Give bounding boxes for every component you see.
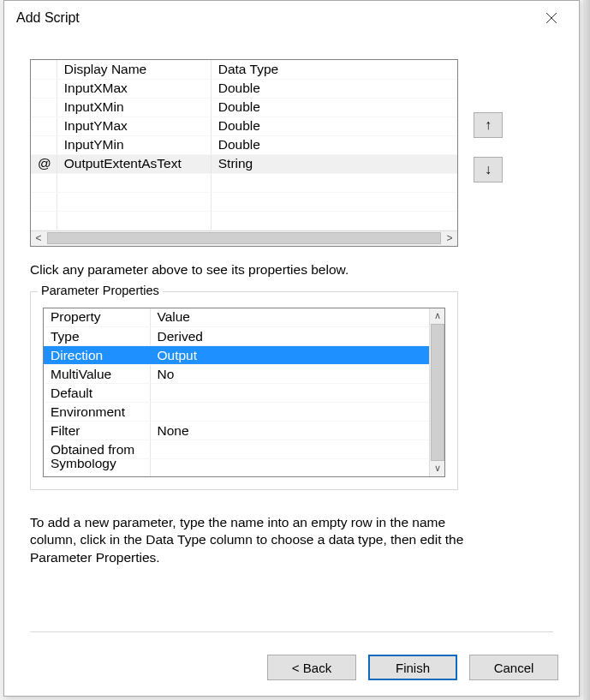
row-display-name[interactable]: OutputExtentAsText — [57, 154, 211, 173]
titlebar: Add Script — [4, 1, 579, 35]
parameters-section: Display NameData TypeInputXMaxDoubleInpu… — [30, 59, 553, 247]
row-value[interactable]: None — [150, 422, 429, 440]
dialog-title: Add Script — [16, 10, 80, 26]
row-display-name[interactable] — [57, 173, 211, 192]
row-data-type[interactable]: Double — [211, 79, 457, 98]
scroll-down-arrow-icon[interactable]: ∨ — [430, 461, 444, 476]
table-row[interactable]: FilterNone — [44, 422, 429, 440]
row-data-type[interactable] — [211, 211, 457, 230]
table-row[interactable]: InputXMaxDouble — [31, 79, 457, 98]
scroll-up-arrow-icon[interactable]: ∧ — [430, 308, 444, 324]
header-data-type: Data Type — [211, 60, 457, 79]
row-data-type[interactable] — [211, 192, 457, 211]
row-property: Obtained from — [44, 440, 150, 459]
table-row[interactable]: MultiValueNo — [44, 365, 429, 384]
properties-v-scrollbar[interactable]: ∧ ∨ — [429, 308, 444, 476]
row-value[interactable]: Derived — [150, 327, 429, 346]
row-data-type[interactable] — [211, 173, 457, 192]
row-display-name[interactable] — [57, 192, 211, 211]
row-data-type[interactable]: Double — [211, 98, 457, 117]
row-property: Environment — [44, 403, 150, 422]
table-row[interactable]: InputXMinDouble — [31, 98, 457, 117]
table-row[interactable]: InputYMaxDouble — [31, 117, 457, 135]
instruction-text: Click any parameter above to see its pro… — [30, 262, 553, 278]
scroll-right-arrow-icon[interactable]: > — [442, 232, 457, 244]
row-value[interactable] — [150, 459, 429, 476]
table-row[interactable]: InputYMinDouble — [31, 135, 457, 154]
edge-shadow — [583, 0, 590, 700]
parameter-properties-legend: Parameter Properties — [38, 284, 163, 297]
table-row[interactable] — [31, 192, 457, 211]
row-value[interactable] — [150, 440, 429, 459]
row-marker — [31, 135, 57, 154]
row-property: Default — [44, 384, 150, 403]
table-row[interactable]: Obtained from — [44, 440, 429, 459]
row-data-type[interactable]: String — [211, 154, 457, 173]
properties-scroll-area: PropertyValueTypeDerivedDirectionOutputM… — [44, 308, 429, 476]
row-property: Symbology — [44, 459, 150, 476]
parameters-h-scrollbar[interactable]: < > — [31, 230, 457, 246]
row-marker — [31, 117, 57, 135]
back-button[interactable]: < Back — [267, 655, 356, 680]
table-row[interactable] — [31, 211, 457, 230]
row-value[interactable]: No — [150, 365, 429, 384]
row-property: Type — [44, 327, 150, 346]
button-separator — [30, 631, 553, 632]
move-buttons: ↑ ↓ — [474, 112, 503, 182]
parameter-properties-group: Parameter Properties PropertyValueTypeDe… — [30, 291, 458, 490]
row-marker — [31, 173, 57, 192]
row-marker — [31, 98, 57, 117]
scroll-track[interactable] — [47, 232, 441, 244]
row-property: Filter — [44, 422, 150, 440]
finish-button[interactable]: Finish — [368, 655, 457, 680]
help-text: To add a new parameter, type the name in… — [30, 514, 475, 568]
cancel-button[interactable]: Cancel — [469, 655, 558, 680]
header-display-name: Display Name — [57, 60, 211, 79]
table-row[interactable]: @OutputExtentAsTextString — [31, 154, 457, 173]
row-display-name[interactable]: InputYMax — [57, 117, 211, 135]
move-down-button[interactable]: ↓ — [474, 157, 503, 182]
table-row[interactable]: DirectionOutput — [44, 346, 429, 365]
scroll-left-arrow-icon[interactable]: < — [31, 232, 46, 244]
parameters-table[interactable]: Display NameData TypeInputXMaxDoubleInpu… — [31, 60, 457, 230]
dialog-add-script: Add Script Display NameData TypeInputXMa… — [3, 0, 580, 697]
table-row[interactable]: TypeDerived — [44, 327, 429, 346]
table-row[interactable] — [31, 173, 457, 192]
header-marker — [31, 60, 57, 79]
close-icon — [545, 12, 557, 24]
row-data-type[interactable]: Double — [211, 135, 457, 154]
table-header-row: PropertyValue — [44, 308, 429, 327]
header-property: Property — [44, 308, 150, 327]
row-display-name[interactable] — [57, 211, 211, 230]
arrow-down-icon: ↓ — [485, 162, 492, 177]
table-row[interactable]: Symbology — [44, 459, 429, 476]
row-display-name[interactable]: InputYMin — [57, 135, 211, 154]
header-value: Value — [150, 308, 429, 327]
table-row[interactable]: Default — [44, 384, 429, 403]
move-up-button[interactable]: ↑ — [474, 112, 503, 138]
close-button[interactable] — [534, 6, 569, 30]
properties-table[interactable]: PropertyValueTypeDerivedDirectionOutputM… — [44, 308, 429, 476]
parameters-table-container: Display NameData TypeInputXMaxDoubleInpu… — [30, 59, 458, 247]
table-header-row: Display NameData Type — [31, 60, 457, 79]
row-property: Direction — [44, 346, 150, 365]
v-scroll-track[interactable] — [431, 324, 444, 461]
row-data-type[interactable]: Double — [211, 117, 457, 135]
row-value[interactable] — [150, 384, 429, 403]
row-display-name[interactable]: InputXMax — [57, 79, 211, 98]
row-marker — [31, 79, 57, 98]
row-marker — [31, 192, 57, 211]
row-display-name[interactable]: InputXMin — [57, 98, 211, 117]
arrow-up-icon: ↑ — [485, 117, 492, 133]
v-scroll-thumb[interactable] — [431, 324, 444, 461]
row-marker: @ — [31, 154, 57, 173]
table-row[interactable]: Environment — [44, 403, 429, 422]
row-value[interactable] — [150, 403, 429, 422]
row-value[interactable]: Output — [150, 346, 429, 365]
properties-table-container: PropertyValueTypeDerivedDirectionOutputM… — [43, 308, 445, 477]
dialog-content: Display NameData TypeInputXMaxDoubleInpu… — [4, 35, 579, 641]
viewport: Add Script Display NameData TypeInputXMa… — [0, 0, 590, 700]
row-property: MultiValue — [44, 365, 150, 384]
wizard-button-row: < Back Finish Cancel — [4, 641, 579, 696]
row-marker — [31, 211, 57, 230]
